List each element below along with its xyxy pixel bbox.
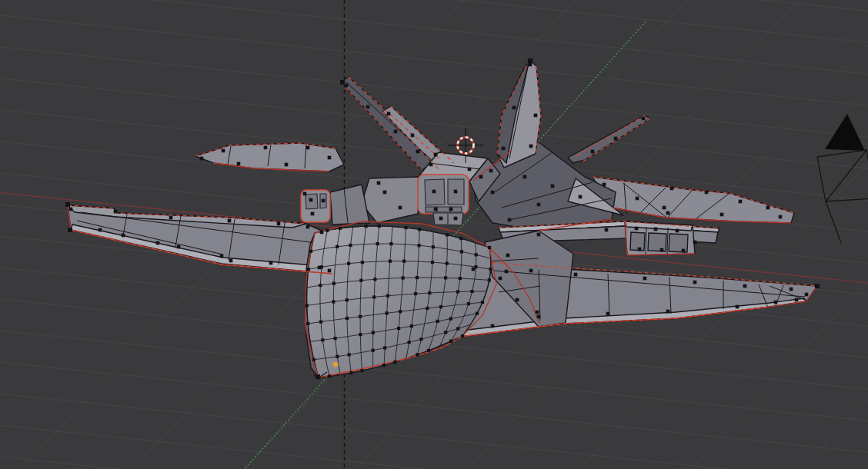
canopy-vertex[interactable]: [307, 268, 310, 271]
vertex[interactable]: [411, 134, 415, 138]
vertex[interactable]: [306, 146, 310, 150]
vertex[interactable]: [815, 284, 820, 288]
vertex[interactable]: [642, 117, 646, 121]
vertex[interactable]: [536, 311, 539, 314]
vertex[interactable]: [68, 228, 72, 232]
canopy-vertex[interactable]: [488, 278, 491, 281]
canopy-vertex[interactable]: [426, 307, 429, 310]
vertex[interactable]: [693, 241, 697, 244]
canopy-vertex[interactable]: [372, 349, 375, 352]
canopy-vertex[interactable]: [332, 282, 336, 285]
vertex[interactable]: [454, 217, 458, 221]
canopy-vertex[interactable]: [378, 225, 381, 228]
canopy-vertex[interactable]: [410, 324, 413, 328]
canopy-vertex[interactable]: [339, 227, 342, 230]
vertex[interactable]: [528, 58, 532, 63]
vertex[interactable]: [529, 145, 533, 148]
canopy-vertex[interactable]: [305, 304, 309, 307]
canopy-vertex[interactable]: [326, 228, 329, 231]
vertex[interactable]: [366, 105, 370, 109]
vertex[interactable]: [529, 63, 532, 67]
vertex[interactable]: [306, 225, 310, 229]
canopy-vertex[interactable]: [389, 260, 392, 263]
canopy-vertex[interactable]: [444, 331, 447, 334]
canopy-vertex[interactable]: [373, 278, 376, 281]
canopy-vertex[interactable]: [417, 244, 420, 247]
vertex[interactable]: [394, 130, 398, 134]
vertex[interactable]: [285, 163, 289, 167]
vertex[interactable]: [345, 84, 349, 88]
vertex[interactable]: [269, 261, 273, 265]
vertex[interactable]: [229, 259, 233, 263]
vertex[interactable]: [303, 192, 307, 196]
vertex[interactable]: [506, 254, 510, 258]
canopy-vertex[interactable]: [489, 268, 492, 271]
canopy-vertex[interactable]: [402, 260, 406, 263]
canopy-vertex[interactable]: [372, 331, 375, 334]
canopy-vertex[interactable]: [333, 337, 336, 340]
canopy-vertex[interactable]: [319, 320, 322, 323]
canopy-vertex[interactable]: [459, 237, 462, 240]
canopy-vertex[interactable]: [439, 305, 442, 308]
canopy-vertex[interactable]: [436, 320, 439, 323]
vertex[interactable]: [69, 208, 73, 211]
vertex[interactable]: [736, 305, 739, 309]
vertex[interactable]: [383, 191, 387, 195]
canopy-vertex[interactable]: [312, 358, 315, 361]
canopy-vertex[interactable]: [389, 242, 392, 245]
vertex[interactable]: [660, 248, 664, 252]
canopy-vertex[interactable]: [365, 225, 368, 228]
vertex[interactable]: [237, 162, 241, 166]
vertex[interactable]: [322, 199, 326, 203]
vertex[interactable]: [605, 228, 609, 232]
vertex[interactable]: [774, 301, 778, 304]
canopy-vertex[interactable]: [332, 300, 335, 303]
vertex[interactable]: [387, 112, 391, 116]
vertex[interactable]: [682, 249, 686, 253]
vertex[interactable]: [636, 197, 639, 201]
canopy-vertex[interactable]: [328, 374, 331, 378]
vertex[interactable]: [795, 298, 799, 302]
vertex[interactable]: [449, 208, 453, 211]
canopy-vertex[interactable]: [386, 294, 389, 298]
vertex[interactable]: [654, 228, 658, 231]
canopy-vertex[interactable]: [444, 276, 447, 279]
canopy-vertex[interactable]: [336, 355, 339, 358]
vertex[interactable]: [434, 153, 438, 157]
vertex[interactable]: [222, 149, 225, 153]
canopy-vertex[interactable]: [431, 261, 434, 264]
canopy-vertex[interactable]: [376, 242, 379, 245]
vertex[interactable]: [489, 169, 493, 173]
canopy-vertex[interactable]: [416, 276, 419, 279]
vertex[interactable]: [309, 198, 313, 202]
vertex[interactable]: [779, 215, 783, 219]
canopy-vertex[interactable]: [317, 376, 320, 379]
vertex[interactable]: [429, 163, 433, 167]
vertex[interactable]: [432, 190, 436, 194]
canopy-vertex[interactable]: [416, 353, 419, 356]
canopy-vertex[interactable]: [408, 341, 411, 344]
vertex[interactable]: [416, 150, 420, 154]
blender-3d-viewport[interactable]: [0, 0, 868, 469]
vertex[interactable]: [328, 156, 332, 160]
canopy-vertex[interactable]: [476, 312, 479, 315]
vertex[interactable]: [491, 324, 495, 328]
canopy-vertex[interactable]: [456, 327, 459, 330]
canopy-vertex[interactable]: [481, 301, 484, 304]
vertex[interactable]: [439, 217, 443, 221]
canopy-vertex[interactable]: [309, 250, 312, 253]
vertex[interactable]: [670, 187, 674, 191]
vertex[interactable]: [603, 183, 606, 187]
vertex[interactable]: [574, 273, 578, 277]
vertex[interactable]: [220, 254, 224, 258]
vertex[interactable]: [579, 195, 583, 199]
canopy-vertex[interactable]: [449, 318, 452, 321]
vertex[interactable]: [177, 245, 181, 249]
canopy-vertex[interactable]: [461, 334, 464, 338]
vertex[interactable]: [666, 211, 670, 215]
canopy-vertex[interactable]: [336, 245, 339, 248]
vertex[interactable]: [705, 191, 709, 195]
vertex[interactable]: [805, 293, 809, 297]
vertex[interactable]: [277, 222, 281, 226]
vertex[interactable]: [638, 248, 642, 251]
